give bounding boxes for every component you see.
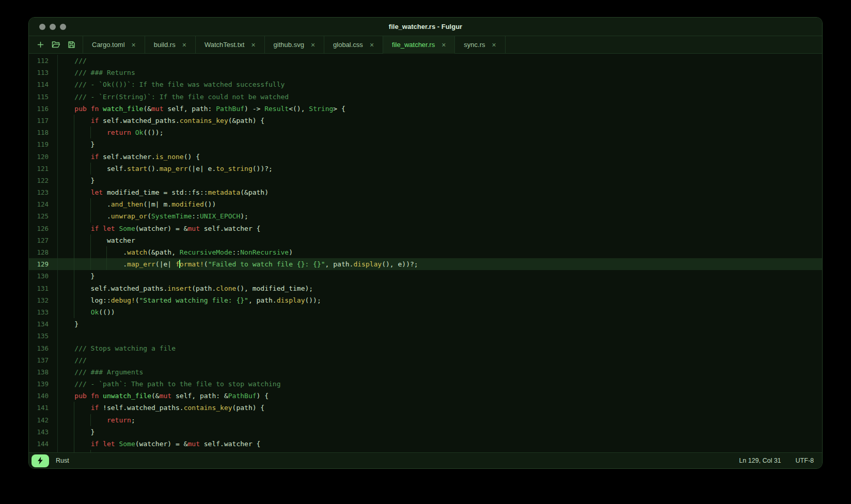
tab-close-icon[interactable]: ×	[442, 41, 446, 49]
code-line-115[interactable]: 115 /// - `Err(String)`: If the file cou…	[29, 91, 822, 103]
code-line-131[interactable]: 131 self.watched_paths.insert(path.clone…	[29, 282, 822, 294]
code-line-141[interactable]: 141 if !self.watched_paths.contains_key(…	[29, 402, 822, 414]
code-line-114[interactable]: 114 /// - `Ok(())`: If the file was watc…	[29, 78, 822, 90]
tab-close-icon[interactable]: ×	[132, 41, 136, 49]
minimize-button[interactable]	[50, 24, 56, 30]
code-line-139[interactable]: 139 /// - `path`: The path to the file t…	[29, 378, 822, 390]
app-window: file_watcher.rs - Fulgur Cargo.toml×buil…	[28, 17, 823, 469]
code-text: .unwrap_or(SystemTime::UNIX_EPOCH);	[58, 210, 822, 222]
editor[interactable]: 112 ///113 /// ### Returns114 /// - `Ok(…	[29, 54, 822, 452]
code-line-126[interactable]: 126 if let Some(watcher) = &mut self.wat…	[29, 223, 822, 234]
tab-close-icon[interactable]: ×	[182, 41, 186, 49]
open-file-button[interactable]	[50, 39, 61, 51]
code-text: watcher	[58, 234, 822, 246]
code-line-132[interactable]: 132 log::debug!("Started watching file: …	[29, 294, 822, 306]
save-file-button[interactable]	[66, 39, 77, 51]
save-icon	[68, 41, 75, 49]
code-line-123[interactable]: 123 let modified_time = std::fs::metadat…	[29, 186, 822, 198]
code-text: self.start().map_err(|e| e.to_string())?…	[58, 163, 822, 175]
indent-guide	[74, 258, 74, 270]
line-number: 113	[29, 67, 58, 78]
code-line-112[interactable]: 112 ///	[29, 55, 822, 67]
code-line-145[interactable]: 145 if let Err(e) = watcher.unwatch(path…	[29, 450, 822, 452]
line-number: 129	[29, 258, 58, 270]
tab-file_watcher.rs[interactable]: file_watcher.rs×	[383, 36, 455, 54]
code-text: pub fn watch_file(&mut self, path: PathB…	[58, 103, 822, 115]
code-text: return;	[58, 414, 822, 426]
tabbar: Cargo.toml×build.rs×WatchTest.txt×github…	[29, 36, 822, 54]
new-tab-button[interactable]	[35, 39, 46, 51]
close-button[interactable]	[39, 24, 45, 30]
tab-build.rs[interactable]: build.rs×	[145, 36, 196, 54]
indent-guide	[74, 270, 74, 282]
code-line-138[interactable]: 138 /// ### Arguments	[29, 366, 822, 378]
tab-label: sync.rs	[464, 41, 485, 49]
code-line-143[interactable]: 143 }	[29, 426, 822, 438]
indent-guide	[74, 186, 74, 198]
line-number: 131	[29, 282, 58, 294]
code-text: if let Some(watcher) = &mut self.watcher…	[58, 438, 822, 450]
tab-Cargo.toml[interactable]: Cargo.toml×	[83, 36, 145, 54]
code-line-113[interactable]: 113 /// ### Returns	[29, 67, 822, 78]
cursor-position[interactable]: Ln 129, Col 31	[739, 457, 781, 464]
code-line-135[interactable]: 135	[29, 330, 822, 342]
code-line-125[interactable]: 125 .unwrap_or(SystemTime::UNIX_EPOCH);	[29, 210, 822, 222]
code-line-120[interactable]: 120 if self.watcher.is_none() {	[29, 151, 822, 163]
line-number: 119	[29, 138, 58, 150]
tab-close-icon[interactable]: ×	[370, 41, 374, 49]
code-line-119[interactable]: 119 }	[29, 138, 822, 150]
indent-guide	[90, 450, 91, 452]
code-line-122[interactable]: 122 }	[29, 175, 822, 186]
code-line-134[interactable]: 134 }	[29, 318, 822, 330]
code-line-121[interactable]: 121 self.start().map_err(|e| e.to_string…	[29, 163, 822, 175]
code-text: if !self.watched_paths.contains_key(path…	[58, 402, 822, 414]
tab-sync.rs[interactable]: sync.rs×	[455, 36, 505, 54]
line-number: 124	[29, 198, 58, 210]
tab-close-icon[interactable]: ×	[251, 41, 255, 49]
code-line-133[interactable]: 133 Ok(())	[29, 306, 822, 318]
titlebar: file_watcher.rs - Fulgur	[29, 18, 822, 36]
indent-guide	[106, 246, 107, 258]
line-number: 141	[29, 402, 58, 414]
code-line-124[interactable]: 124 .and_then(|m| m.modified())	[29, 198, 822, 210]
indent-guide	[74, 450, 74, 452]
language-badge[interactable]	[31, 454, 49, 467]
code-line-136[interactable]: 136 /// Stops watching a file	[29, 342, 822, 354]
language-label[interactable]: Rust	[56, 457, 69, 464]
encoding-label[interactable]: UTF-8	[796, 457, 814, 464]
line-number: 142	[29, 414, 58, 426]
code-line-117[interactable]: 117 if self.watched_paths.contains_key(&…	[29, 115, 822, 127]
tab-label: github.svg	[274, 41, 304, 49]
code-text	[58, 330, 822, 342]
open-folder-icon	[52, 41, 60, 49]
tab-label: global.css	[333, 41, 363, 49]
code-line-144[interactable]: 144 if let Some(watcher) = &mut self.wat…	[29, 438, 822, 450]
tab-github.svg[interactable]: github.svg×	[265, 36, 324, 54]
line-number: 114	[29, 78, 58, 90]
editor-lines: 112 ///113 /// ### Returns114 /// - `Ok(…	[29, 55, 822, 452]
code-line-127[interactable]: 127 watcher	[29, 234, 822, 246]
line-number: 143	[29, 426, 58, 438]
editor-toolbar	[29, 36, 83, 54]
indent-guide	[74, 151, 74, 163]
code-line-116[interactable]: 116 pub fn watch_file(&mut self, path: P…	[29, 103, 822, 115]
code-text: return Ok(());	[58, 127, 822, 138]
code-line-130[interactable]: 130 }	[29, 270, 822, 282]
tab-close-icon[interactable]: ×	[492, 41, 496, 49]
tab-global.css[interactable]: global.css×	[324, 36, 383, 54]
tab-WatchTest.txt[interactable]: WatchTest.txt×	[196, 36, 265, 54]
tab-label: file_watcher.rs	[392, 41, 435, 49]
code-text: /// - `Err(String)`: If the file could n…	[58, 91, 822, 103]
code-line-142[interactable]: 142 return;	[29, 414, 822, 426]
code-text: .map_err(|e| format!("Failed to watch fi…	[58, 258, 822, 270]
maximize-button[interactable]	[60, 24, 66, 30]
code-line-140[interactable]: 140 pub fn unwatch_file(&mut self, path:…	[29, 390, 822, 402]
tab-close-icon[interactable]: ×	[311, 41, 315, 49]
code-line-128[interactable]: 128 .watch(&path, RecursiveMode::NonRecu…	[29, 246, 822, 258]
indent-guide	[74, 282, 74, 294]
code-line-118[interactable]: 118 return Ok(());	[29, 127, 822, 138]
line-number: 139	[29, 378, 58, 390]
code-text: /// - `Ok(())`: If the file was watched …	[58, 78, 822, 90]
code-line-137[interactable]: 137 ///	[29, 354, 822, 366]
code-line-129[interactable]: 129 .map_err(|e| format!("Failed to watc…	[29, 258, 822, 270]
